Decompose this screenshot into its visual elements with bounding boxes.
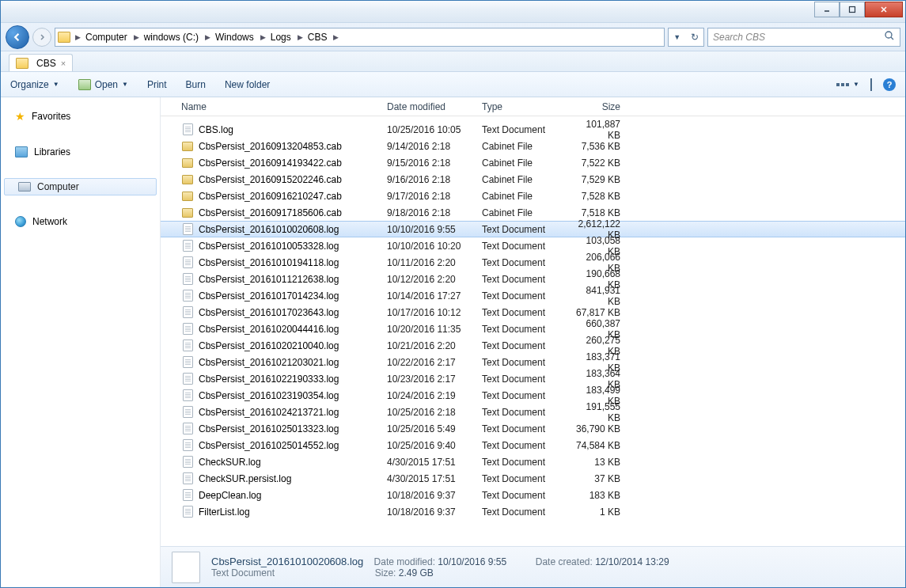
breadcrumb-segment[interactable]: Computer <box>82 28 132 46</box>
search-icon[interactable] <box>884 30 895 44</box>
file-size: 191,555 KB <box>567 401 627 423</box>
nav-libraries[interactable]: Libraries <box>4 143 157 161</box>
file-row[interactable]: CBS.log10/25/2016 10:05Text Document101,… <box>161 121 905 138</box>
file-row[interactable]: CbsPersist_20161025014552.log10/25/2016 … <box>161 437 905 453</box>
file-type: Text Document <box>476 423 567 434</box>
file-row[interactable]: CbsPersist_20161020044416.log10/20/2016 … <box>161 321 905 337</box>
file-type: Text Document <box>476 124 567 135</box>
file-name: CheckSUR.persist.log <box>199 473 291 484</box>
file-name: CbsPersist_20160913204853.cab <box>199 141 342 152</box>
views-button[interactable]: ▼ <box>836 81 859 88</box>
details-date-modified: 10/10/2016 9:55 <box>438 556 506 567</box>
minimize-button[interactable] <box>814 2 840 17</box>
file-size: 1 KB <box>567 506 627 518</box>
tab-cbs[interactable]: CBS × <box>9 54 73 71</box>
file-type: Text Document <box>476 340 567 351</box>
file-row[interactable]: CheckSUR.persist.log4/30/2015 17:51Text … <box>161 470 905 487</box>
col-name[interactable]: Name <box>175 101 381 112</box>
col-date[interactable]: Date modified <box>381 101 476 112</box>
file-name: CbsPersist_20161020044416.log <box>199 324 339 335</box>
chevron-right-icon[interactable]: ▶ <box>296 33 305 41</box>
preview-pane-button[interactable] <box>870 79 872 90</box>
file-date: 10/10/2016 10:20 <box>381 241 476 252</box>
chevron-down-icon[interactable]: ▼ <box>673 33 680 41</box>
chevron-right-icon[interactable]: ▶ <box>332 33 340 41</box>
text-file-icon <box>181 240 194 252</box>
file-row[interactable]: CbsPersist_20160914193422.cab9/15/2016 2… <box>161 154 905 171</box>
file-type: Text Document <box>476 473 567 484</box>
nav-forward-button[interactable] <box>32 28 51 47</box>
file-name: CbsPersist_20161025013323.log <box>199 423 339 434</box>
details-size: 2.49 GB <box>399 567 434 579</box>
file-row[interactable]: CbsPersist_20161017014234.log10/14/2016 … <box>161 287 905 304</box>
breadcrumb-segment[interactable]: windows (C:) <box>141 28 203 46</box>
file-row[interactable]: CbsPersist_20161022190333.log10/23/2016 … <box>161 370 905 387</box>
file-row[interactable]: CbsPersist_20160913204853.cab9/14/2016 2… <box>161 138 905 154</box>
open-button[interactable]: Open ▼ <box>78 79 128 90</box>
file-row[interactable]: FilterList.log10/18/2016 9:37Text Docume… <box>161 503 905 520</box>
file-date: 10/11/2016 2:20 <box>381 257 476 268</box>
close-button[interactable] <box>865 2 903 17</box>
col-size[interactable]: Size <box>567 101 627 112</box>
file-row[interactable]: CbsPersist_20160917185606.cab9/18/2016 2… <box>161 204 905 221</box>
file-row[interactable]: CbsPersist_20161010194118.log10/11/2016 … <box>161 254 905 271</box>
titlebar[interactable] <box>1 1 905 23</box>
file-row[interactable]: CbsPersist_20161025013323.log10/25/2016 … <box>161 420 905 437</box>
file-row[interactable]: CbsPersist_20161017023643.log10/17/2016 … <box>161 304 905 321</box>
chevron-right-icon[interactable]: ▶ <box>259 33 267 41</box>
maximize-button[interactable] <box>840 2 865 17</box>
chevron-right-icon[interactable]: ▶ <box>74 33 82 41</box>
file-type: Text Document <box>476 241 567 252</box>
file-row[interactable]: CbsPersist_20161023190354.log10/24/2016 … <box>161 387 905 404</box>
file-size: 13 KB <box>567 457 627 468</box>
refresh-icon[interactable]: ↻ <box>691 32 699 43</box>
file-name: CbsPersist_20161022190333.log <box>199 374 339 385</box>
file-row[interactable]: CbsPersist_20161011212638.log10/12/2016 … <box>161 271 905 287</box>
close-tab-icon[interactable]: × <box>61 59 66 68</box>
file-date: 10/23/2016 2:17 <box>381 374 476 385</box>
new-folder-button[interactable]: New folder <box>225 79 270 90</box>
cabinet-file-icon <box>181 157 194 169</box>
file-date: 10/14/2016 17:27 <box>381 290 476 302</box>
nav-favorites[interactable]: ★ Favorites <box>4 107 157 126</box>
file-row[interactable]: CbsPersist_20161021203021.log10/22/2016 … <box>161 354 905 370</box>
file-row[interactable]: CbsPersist_20161010020608.log10/10/2016 … <box>161 221 905 237</box>
file-row[interactable]: CbsPersist_20161010053328.log10/10/2016 … <box>161 237 905 254</box>
file-thumbnail-icon <box>172 552 200 583</box>
file-type: Cabinet File <box>476 157 567 169</box>
breadcrumb-segment[interactable]: CBS <box>305 28 332 46</box>
file-row[interactable]: CbsPersist_20161020210040.log10/21/2016 … <box>161 337 905 354</box>
nav-back-button[interactable] <box>6 25 29 49</box>
burn-button[interactable]: Burn <box>186 79 206 90</box>
file-row[interactable]: CbsPersist_20160915202246.cab9/16/2016 2… <box>161 171 905 188</box>
help-button[interactable]: ? <box>883 78 896 91</box>
file-type: Text Document <box>476 274 567 285</box>
chevron-right-icon[interactable]: ▶ <box>132 33 141 41</box>
folder-icon <box>16 58 28 69</box>
col-type[interactable]: Type <box>476 101 567 112</box>
file-date: 10/25/2016 9:40 <box>381 440 476 451</box>
file-name: CbsPersist_20160917185606.cab <box>199 207 342 218</box>
file-row[interactable]: CbsPersist_20161024213721.log10/25/2016 … <box>161 404 905 420</box>
breadcrumb[interactable]: ▶ Computer ▶ windows (C:) ▶ Windows ▶ Lo… <box>55 28 665 47</box>
file-date: 4/30/2015 17:51 <box>381 473 476 484</box>
file-name: CbsPersist_20161017014234.log <box>199 290 339 302</box>
print-button[interactable]: Print <box>147 79 167 90</box>
breadcrumb-segment[interactable]: Windows <box>212 28 259 46</box>
nav-network[interactable]: Network <box>4 213 157 230</box>
text-file-icon <box>181 489 194 502</box>
file-date: 10/21/2016 2:20 <box>381 340 476 351</box>
address-actions: ▼ ↻ <box>668 28 704 47</box>
file-date: 10/25/2016 2:18 <box>381 407 476 418</box>
search-input[interactable]: Search CBS <box>707 28 900 47</box>
file-date: 9/17/2016 2:18 <box>381 191 476 202</box>
chevron-right-icon[interactable]: ▶ <box>203 33 212 41</box>
file-row[interactable]: CbsPersist_20160916210247.cab9/17/2016 2… <box>161 188 905 204</box>
nav-computer[interactable]: Computer <box>4 178 157 195</box>
file-row[interactable]: DeepClean.log10/18/2016 9:37Text Documen… <box>161 487 905 503</box>
organize-button[interactable]: Organize ▼ <box>10 79 59 90</box>
file-size: 101,887 KB <box>567 119 627 141</box>
breadcrumb-segment[interactable]: Logs <box>267 28 296 46</box>
file-size: 37 KB <box>567 473 627 484</box>
file-row[interactable]: CheckSUR.log4/30/2015 17:51Text Document… <box>161 453 905 470</box>
